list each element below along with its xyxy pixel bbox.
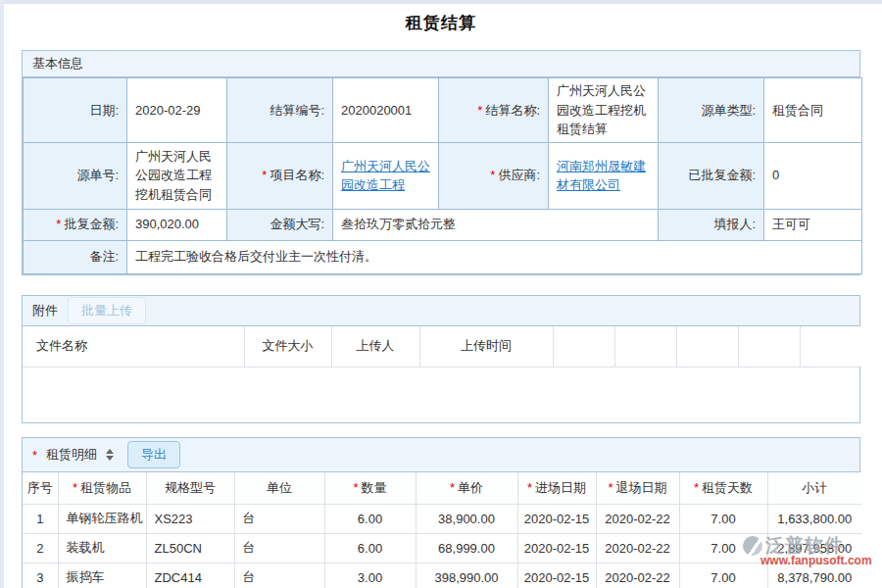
required-icon: * — [353, 480, 358, 495]
cell-qty: 6.00 — [324, 504, 416, 533]
basic-info-panel: 基本信息 日期: 2020-02-29 结算编号: 2020020001 *结算… — [22, 50, 860, 275]
attach-col-empty — [614, 326, 676, 368]
rental-detail-header: * 租赁明细 导出 — [23, 438, 859, 472]
cell-exitdate: 2020-02-22 — [596, 504, 679, 533]
cell-subtotal: 8,378,790.00 — [767, 563, 861, 588]
attach-col-empty — [676, 326, 738, 368]
required-icon: * — [56, 217, 61, 231]
cell-item: 振捣车 — [58, 563, 146, 588]
basic-info-header: 基本信息 — [23, 51, 859, 77]
rental-detail-table: 序号 *租赁物品 规格型号 单位 *数量 *单价 *进场日期 *退场日期 *租赁… — [23, 472, 861, 588]
required-icon: * — [73, 480, 77, 495]
sort-toggle-icon[interactable] — [106, 449, 114, 461]
cell-unit: 台 — [234, 563, 324, 588]
attach-col-uploader: 上传人 — [331, 326, 419, 368]
cell-qty: 3.00 — [324, 563, 416, 588]
basic-info-title: 基本信息 — [32, 55, 83, 73]
attach-col-uploadtime: 上传时间 — [419, 326, 553, 368]
detail-col-qty: *数量 — [324, 472, 416, 504]
attach-col-filename: 文件名称 — [23, 326, 244, 368]
cell-price: 68,999.00 — [416, 533, 517, 563]
supplier-link[interactable]: 河南郑州晟敏建材有限公司 — [557, 159, 646, 193]
cell-item: 单钢轮压路机 — [58, 504, 146, 533]
cell-subtotal: 2,897,958.00 — [767, 533, 861, 563]
source-type-label: 源单类型: — [659, 78, 764, 143]
approved-amount-value: 0 — [764, 142, 862, 209]
cell-days: 7.00 — [679, 563, 767, 588]
project-name-label: *项目名称: — [227, 142, 333, 209]
cell-exitdate: 2020-02-22 — [596, 563, 679, 588]
settlement-no-value: 2020020001 — [333, 78, 439, 143]
settlement-no-label: 结算编号: — [227, 78, 333, 143]
cell-entrydate: 2020-02-15 — [517, 533, 596, 563]
detail-col-unit: 单位 — [234, 472, 324, 504]
settlement-name-label: *结算名称: — [439, 78, 549, 143]
cell-index: 2 — [23, 533, 58, 563]
approval-amount-value: 390,020.00 — [127, 209, 227, 240]
detail-col-price: *单价 — [416, 472, 517, 504]
required-icon: * — [32, 448, 37, 463]
cell-unit: 台 — [234, 504, 324, 533]
attach-col-empty — [800, 326, 861, 368]
required-icon: * — [450, 480, 455, 495]
remark-label: 备注: — [24, 240, 127, 273]
attach-col-filesize: 文件大小 — [244, 326, 331, 368]
approval-amount-label: *批复金额: — [24, 209, 127, 240]
cell-entrydate: 2020-02-15 — [517, 563, 596, 588]
cell-days: 7.00 — [679, 504, 767, 533]
settlement-name-value: 广州天河人民公园改造工程挖机租赁结算 — [549, 78, 659, 143]
batch-upload-button[interactable]: 批量上传 — [68, 297, 146, 324]
cell-price: 398,990.00 — [416, 563, 517, 588]
amount-caps-label: 金额大写: — [227, 209, 333, 240]
rental-detail-title: 租赁明细 — [46, 446, 97, 464]
date-label: 日期: — [24, 78, 127, 143]
basic-info-grid: 日期: 2020-02-29 结算编号: 2020020001 *结算名称: 广… — [23, 77, 862, 274]
date-value: 2020-02-29 — [127, 78, 227, 143]
supplier-cell: 河南郑州晟敏建材有限公司 — [549, 142, 659, 209]
page-title: 租赁结算 — [0, 0, 882, 34]
detail-col-item: *租赁物品 — [58, 472, 146, 504]
detail-col-entrydate: *进场日期 — [517, 472, 596, 504]
detail-col-days: *租赁天数 — [679, 472, 767, 504]
filler-label: 填报人: — [659, 209, 764, 240]
rental-detail-panel: * 租赁明细 导出 序号 *租赁物品 规格型号 单位 *数量 *单价 *进场日期… — [22, 437, 860, 588]
cell-subtotal: 1,633,800.00 — [767, 504, 861, 533]
left-border-strip — [0, 0, 4, 588]
attach-col-empty — [553, 326, 614, 368]
cell-index: 1 — [23, 504, 58, 533]
cell-qty: 6.00 — [324, 533, 416, 563]
attachments-title: 附件 — [32, 302, 58, 319]
attachments-header: 附件 批量上传 — [23, 296, 859, 326]
attach-col-empty — [738, 326, 800, 368]
cell-unit: 台 — [234, 533, 324, 563]
detail-col-subtotal: 小计 — [767, 472, 861, 504]
detail-col-model: 规格型号 — [146, 472, 234, 504]
cell-item: 装载机 — [58, 533, 146, 563]
remark-value: 工程完工验收合格后交付业主一次性付清。 — [127, 240, 862, 273]
supplier-label: *供应商: — [439, 142, 549, 209]
required-icon: * — [477, 103, 482, 118]
attachments-empty-area — [23, 368, 859, 422]
cell-model: ZL50CN — [146, 533, 234, 563]
top-border-strip — [0, 0, 882, 4]
amount-caps-value: 叁拾玖万零贰拾元整 — [333, 209, 659, 240]
table-row: 3 振捣车 ZDC414 台 3.00 398,990.00 2020-02-1… — [23, 563, 861, 588]
cell-index: 3 — [23, 563, 58, 588]
source-type-value: 租赁合同 — [764, 78, 862, 143]
required-icon: * — [527, 480, 532, 495]
detail-col-exitdate: *退场日期 — [596, 472, 679, 504]
table-row: 1 单钢轮压路机 XS223 台 6.00 38,900.00 2020-02-… — [23, 504, 861, 533]
cell-entrydate: 2020-02-15 — [517, 504, 596, 533]
filler-value: 王可可 — [764, 209, 862, 240]
cell-exitdate: 2020-02-22 — [596, 533, 679, 563]
export-button[interactable]: 导出 — [127, 441, 180, 468]
attachments-panel: 附件 批量上传 文件名称 文件大小 上传人 上传时间 — [22, 295, 860, 424]
approved-amount-label: 已批复金额: — [659, 142, 764, 209]
required-icon: * — [608, 480, 612, 495]
detail-col-index: 序号 — [23, 472, 58, 504]
project-name-cell: 广州天河人民公园改造工程 — [333, 142, 439, 209]
project-link[interactable]: 广州天河人民公园改造工程 — [341, 159, 430, 193]
attachments-table: 文件名称 文件大小 上传人 上传时间 — [23, 326, 861, 368]
required-icon: * — [694, 480, 699, 495]
cell-model: XS223 — [146, 504, 234, 533]
